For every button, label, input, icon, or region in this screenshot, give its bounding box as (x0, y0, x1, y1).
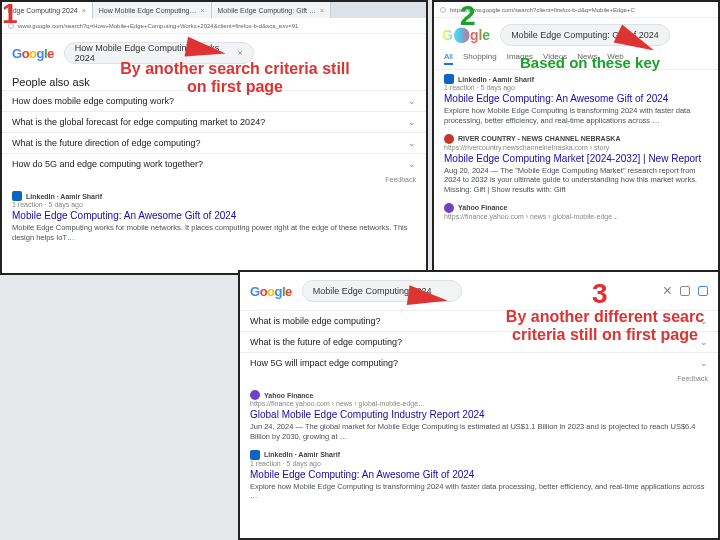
result-title[interactable]: Mobile Edge Computing: An Awesome Gift o… (12, 210, 416, 221)
result-snippet: Jun 24, 2024 — The global market for Mob… (250, 422, 708, 442)
close-icon[interactable]: × (82, 7, 86, 14)
paa-question[interactable]: What is the future direction of edge com… (2, 132, 426, 153)
close-icon[interactable]: × (320, 7, 324, 14)
browser-tab[interactable]: Mobile Edge Computing: Gift …× (212, 2, 332, 18)
result-snippet: Explore how Mobile Edge Computing is tra… (444, 106, 708, 126)
google-header: Google Mobile Edge Computing 2024 × (240, 272, 718, 310)
url-text: https://www.google.com/search?client=fir… (450, 7, 712, 13)
annotation-number-3: 3 (592, 278, 608, 310)
chevron-down-icon: ⌄ (408, 117, 416, 127)
clear-icon[interactable]: × (663, 282, 672, 300)
search-result: LinkedIn · Aamir Sharif 1 reaction · 5 d… (2, 187, 426, 247)
address-bar[interactable]: www.google.com/search?q=How+Mobile+Edge+… (2, 18, 426, 34)
result-snippet: Mobile Edge Computing works for mobile n… (12, 223, 416, 243)
feedback-link[interactable]: Feedback (240, 373, 718, 386)
linkedin-icon (444, 74, 454, 84)
yahoo-icon (250, 390, 260, 400)
address-bar[interactable]: https://www.google.com/search?client=fir… (434, 2, 718, 18)
result-snippet: Aug 20, 2024 — The "Mobile Edge Computin… (444, 166, 708, 195)
chevron-down-icon: ⌄ (408, 96, 416, 106)
search-tab-all[interactable]: All (444, 52, 453, 65)
linkedin-icon (12, 191, 22, 201)
search-result: LinkedIn · Aamir Sharif 1 reaction · 5 d… (240, 446, 718, 506)
tab-strip: Edge Computing 2024× How Mobile Edge Com… (2, 2, 426, 18)
result-source: LinkedIn · Aamir Sharif (26, 193, 102, 200)
chevron-down-icon: ⌄ (408, 159, 416, 169)
annotation-number-1: 1 (2, 0, 18, 30)
browser-panel-2: https://www.google.com/search?client=fir… (432, 0, 720, 272)
annotation-text-1: By another search criteria still on firs… (120, 60, 350, 97)
paa-question[interactable]: What is the global forecast for edge com… (2, 111, 426, 132)
annotation-number-2: 2 (460, 0, 476, 32)
chevron-down-icon: ⌄ (408, 138, 416, 148)
browser-tab[interactable]: How Mobile Edge Computing…× (93, 2, 212, 18)
linkedin-icon (250, 450, 260, 460)
google-logo[interactable]: Google (12, 46, 54, 61)
feedback-link[interactable]: Feedback (2, 174, 426, 187)
paa-question[interactable]: How 5G will impact edge computing?⌄ (240, 352, 718, 373)
result-title[interactable]: Mobile Edge Computing Market [2024-2032]… (444, 153, 708, 164)
annotation-text-2: Based on these key (520, 54, 660, 71)
search-result: Yahoo Finance https://finance.yahoo.com … (240, 386, 718, 446)
result-title[interactable]: Mobile Edge Computing: An Awesome Gift o… (250, 469, 708, 480)
mic-icon[interactable] (680, 286, 690, 296)
result-title[interactable]: Global Mobile Edge Computing Industry Re… (250, 409, 708, 420)
annotation-text-3: By another different searccriteria still… (490, 308, 720, 345)
google-logo[interactable]: Google (250, 284, 292, 299)
site-info-icon[interactable] (440, 7, 446, 13)
result-snippet: Explore how Mobile Edge Computing is tra… (250, 482, 708, 502)
result-title[interactable]: Mobile Edge Computing: An Awesome Gift o… (444, 93, 708, 104)
chevron-down-icon: ⌄ (700, 358, 708, 368)
search-result: LinkedIn · Aamir Sharif 1 reaction · 5 d… (434, 70, 718, 130)
search-tab-shopping[interactable]: Shopping (463, 52, 497, 65)
lens-icon[interactable] (698, 286, 708, 296)
url-text: www.google.com/search?q=How+Mobile+Edge+… (18, 23, 420, 29)
result-byline: 1 reaction · 5 days ago (12, 201, 416, 208)
search-result: Yahoo Finance https://finance.yahoo.com … (434, 199, 718, 224)
clear-icon[interactable]: × (238, 48, 243, 58)
search-result: RIVER COUNTRY - NEWS CHANNEL NEBRASKA ht… (434, 130, 718, 199)
close-icon[interactable]: × (200, 7, 204, 14)
google-header: G⚽gle Mobile Edge Computing: Gift of 202… (434, 18, 718, 52)
paa-question[interactable]: How do 5G and edge computing work togeth… (2, 153, 426, 174)
news-icon (444, 134, 454, 144)
yahoo-icon (444, 203, 454, 213)
